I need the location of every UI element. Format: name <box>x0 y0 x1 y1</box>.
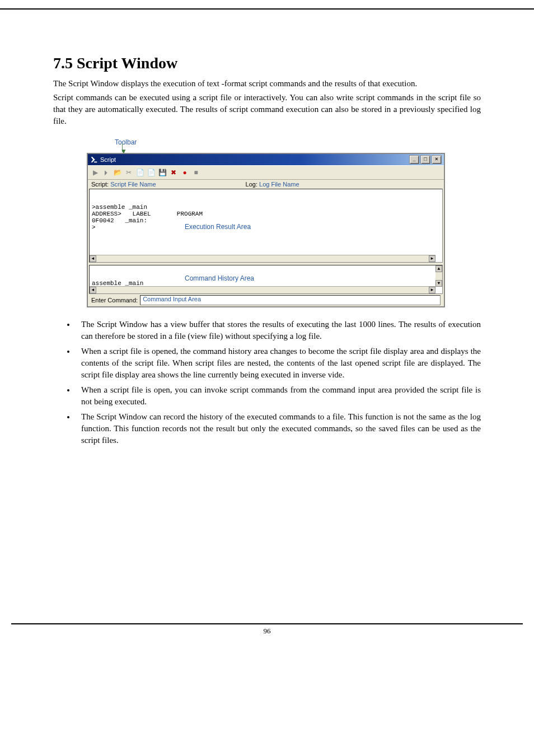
command-input[interactable]: Command Input Area <box>140 295 441 305</box>
script-window: Script _ □ × ▶ ⏵ 📂 ✂ 📄 📄 💾 ✖ ● ■ <box>87 153 445 307</box>
list-item: When a script file is open, you can invo… <box>76 384 481 408</box>
open-icon[interactable]: 📂 <box>113 167 123 178</box>
command-input-row: Enter Command: Command Input Area <box>88 294 444 306</box>
enter-command-label: Enter Command: <box>91 297 138 304</box>
log-open-icon[interactable]: 📄 <box>135 167 145 178</box>
list-item: The Script Window has a view buffer that… <box>76 319 481 342</box>
script-label: Script: <box>91 181 109 188</box>
command-history-area[interactable]: assemble _main Command History Area ▲ ▼ … <box>89 265 443 294</box>
run-icon[interactable]: ▶ <box>90 167 100 178</box>
scroll-down-icon[interactable]: ▼ <box>435 280 442 287</box>
log-file-name: Log File Name <box>259 181 299 188</box>
intro-paragraph-1: The Script Window displays the execution… <box>53 78 481 90</box>
cut-icon[interactable]: ✂ <box>124 167 134 178</box>
figure: Toolbar │▼ Script _ □ × ▶ ⏵ 📂 <box>87 138 445 307</box>
bullet-list: The Script Window has a view buffer that… <box>53 319 481 446</box>
info-row: Script: Script File Name Log: Log File N… <box>88 180 444 189</box>
result-text: >assemble _main ADDRESS> LABEL PROGRAM 0… <box>90 203 442 232</box>
scroll-left-icon[interactable]: ◄ <box>90 255 96 262</box>
execution-result-area[interactable]: >assemble _main ADDRESS> LABEL PROGRAM 0… <box>89 189 443 263</box>
list-item: When a script file is opened, the comman… <box>76 346 481 381</box>
script-window-icon <box>90 156 98 164</box>
page: 7.5 Script Window The Script Window disp… <box>0 8 534 478</box>
delete-icon[interactable]: ✖ <box>168 167 179 178</box>
toolbar-callout-arrow: │▼ <box>120 146 445 153</box>
list-item: The Script Window can record the history… <box>76 411 481 446</box>
toolbar: ▶ ⏵ 📂 ✂ 📄 📄 💾 ✖ ● ■ <box>88 165 444 180</box>
log-close-icon[interactable]: 📄 <box>146 167 156 178</box>
window-title: Script <box>100 156 116 163</box>
execution-result-callout: Execution Result Area <box>185 223 251 231</box>
script-file-name: Script File Name <box>110 181 156 188</box>
history-h-scrollbar[interactable]: ◄ ► <box>90 286 435 293</box>
titlebar: Script _ □ × <box>88 154 444 165</box>
page-number: 96 <box>264 627 271 635</box>
save-icon[interactable]: 💾 <box>157 167 167 178</box>
intro-paragraph-2: Script commands can be executed using a … <box>53 92 481 127</box>
history-v-scrollbar[interactable]: ▲ ▼ <box>435 265 442 287</box>
close-button[interactable]: × <box>432 155 442 164</box>
log-label: Log: <box>246 181 257 188</box>
toolbar-callout-label: Toolbar <box>115 138 445 146</box>
scroll-left-icon[interactable]: ◄ <box>90 287 96 293</box>
step-icon[interactable]: ⏵ <box>101 167 111 178</box>
stop-icon[interactable]: ■ <box>191 167 201 178</box>
section-heading: 7.5 Script Window <box>53 54 481 72</box>
record-icon[interactable]: ● <box>180 167 190 178</box>
scroll-up-icon[interactable]: ▲ <box>435 265 442 272</box>
minimize-button[interactable]: _ <box>409 155 419 164</box>
result-h-scrollbar[interactable]: ◄ ► <box>90 255 435 262</box>
page-footer: 96 <box>11 623 523 636</box>
scroll-right-icon[interactable]: ► <box>429 255 435 262</box>
command-history-callout: Command History Area <box>185 274 254 282</box>
maximize-button[interactable]: □ <box>420 155 430 164</box>
scroll-right-icon[interactable]: ► <box>429 287 435 293</box>
